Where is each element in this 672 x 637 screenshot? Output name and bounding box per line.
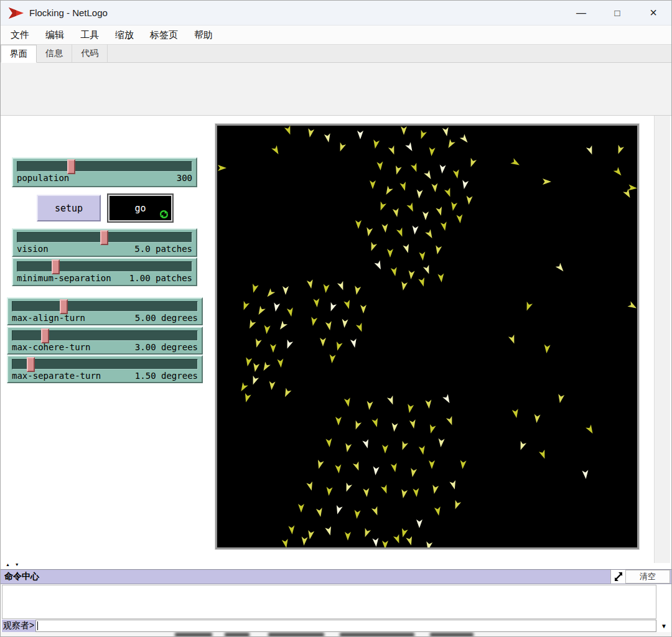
background-text-blur xyxy=(430,633,474,637)
slider-minimum-separation[interactable]: minimum-separation1.00 patches xyxy=(12,258,197,286)
menu-tools[interactable]: 工具 xyxy=(80,29,99,41)
bird-agent xyxy=(557,394,564,404)
minimize-button[interactable]: — xyxy=(563,1,599,25)
bird-agent xyxy=(434,245,442,255)
command-output[interactable] xyxy=(2,585,656,619)
close-button[interactable]: × xyxy=(635,1,671,25)
slider-track[interactable] xyxy=(17,232,192,243)
bird-agent xyxy=(400,281,408,291)
history-dropdown-button[interactable]: ▼ xyxy=(656,620,671,632)
bird-agent xyxy=(350,338,358,348)
export-button[interactable] xyxy=(610,570,625,584)
background-text-blur xyxy=(225,633,250,637)
bird-agent xyxy=(403,244,411,254)
background-text-blur xyxy=(175,633,212,637)
splitter-handle[interactable]: ▲ ▼ xyxy=(6,562,21,567)
bird-agent xyxy=(344,443,352,453)
slider-thumb[interactable] xyxy=(41,328,49,343)
command-input[interactable] xyxy=(35,620,656,632)
slider-track[interactable] xyxy=(12,301,198,312)
clear-button[interactable]: 清空 xyxy=(625,570,670,584)
slider-thumb[interactable] xyxy=(27,357,35,372)
world-view[interactable] xyxy=(215,124,639,549)
slider-max-cohere-turn[interactable]: max-cohere-turn3.00 degrees xyxy=(7,327,203,355)
bird-agent xyxy=(334,342,342,351)
bird-agent xyxy=(362,439,370,449)
tab-code[interactable]: 代码 xyxy=(72,44,108,62)
bird-agent xyxy=(324,133,332,143)
setup-button[interactable]: setup xyxy=(37,195,101,221)
slider-thumb[interactable] xyxy=(100,230,108,245)
bird-agent xyxy=(429,460,435,469)
bird-agent xyxy=(416,519,422,528)
slider-thumb[interactable] xyxy=(52,259,60,274)
bird-agent xyxy=(627,301,637,311)
bird-agent xyxy=(337,142,346,153)
bird-agent xyxy=(263,325,270,335)
slider-population[interactable]: population300 xyxy=(12,157,197,187)
bird-agent xyxy=(586,424,595,435)
slider-value: 3.00 degrees xyxy=(135,342,198,352)
view-canvas xyxy=(217,126,637,547)
bird-agent xyxy=(307,128,314,138)
bird-agent xyxy=(450,202,457,212)
bird-agent xyxy=(337,281,346,292)
bird-agent xyxy=(376,162,383,171)
bird-agent xyxy=(391,267,398,277)
slider-vision[interactable]: vision5.0 patches xyxy=(12,228,197,257)
bird-agent xyxy=(353,462,362,472)
bird-agent xyxy=(322,284,329,294)
go-button[interactable]: go xyxy=(108,195,172,221)
bird-agent xyxy=(372,467,379,476)
vertical-scrollbar[interactable] xyxy=(654,116,670,563)
menu-help[interactable]: 帮助 xyxy=(194,29,213,41)
bird-agent xyxy=(399,182,408,192)
bird-agent xyxy=(343,483,352,493)
bird-agent xyxy=(539,450,548,460)
bird-agent xyxy=(434,506,442,516)
bird-agent xyxy=(245,357,252,367)
bird-agent xyxy=(382,541,388,547)
slider-track[interactable] xyxy=(12,359,198,370)
bird-agent xyxy=(409,468,417,478)
menu-zoom[interactable]: 缩放 xyxy=(115,29,134,41)
slider-track[interactable] xyxy=(17,161,192,172)
bird-agent xyxy=(409,419,417,429)
bird-agent xyxy=(512,409,520,419)
tab-interface[interactable]: 界面 xyxy=(1,45,37,63)
bird-agent xyxy=(399,528,408,538)
slider-thumb[interactable] xyxy=(60,299,68,314)
slider-max-separate-turn[interactable]: max-separate-turn1.50 degrees xyxy=(7,355,203,383)
slider-track[interactable] xyxy=(12,330,198,341)
bird-agent xyxy=(436,207,444,216)
bird-agent xyxy=(282,286,289,295)
bird-agent xyxy=(418,277,426,287)
menu-file[interactable]: 文件 xyxy=(11,29,29,41)
bird-agent xyxy=(265,288,276,299)
slider-name: minimum-separation xyxy=(17,273,111,283)
bird-agent xyxy=(399,441,408,452)
window-title: Flocking - NetLogo xyxy=(29,7,108,18)
bird-agent xyxy=(372,139,380,149)
slider-value: 5.0 patches xyxy=(134,244,192,254)
background-window-sliver xyxy=(1,632,671,637)
bird-agent xyxy=(250,376,259,386)
slider-max-align-turn[interactable]: max-align-turn5.00 degrees xyxy=(7,297,203,325)
text-caret xyxy=(37,621,38,630)
slider-thumb[interactable] xyxy=(67,159,75,174)
bird-agent xyxy=(273,302,280,312)
bird-agent xyxy=(335,417,342,425)
bird-agent xyxy=(406,536,414,546)
bird-agent xyxy=(362,528,371,539)
slider-track[interactable] xyxy=(17,261,192,272)
menu-tabs[interactable]: 标签页 xyxy=(150,29,178,41)
maximize-button[interactable]: □ xyxy=(599,1,635,25)
observer-prompt[interactable]: 观察者> xyxy=(2,620,35,632)
bird-agent xyxy=(425,229,435,239)
bird-agent xyxy=(508,335,517,345)
bird-agent xyxy=(582,470,589,480)
bird-agent xyxy=(381,485,390,495)
bird-agent xyxy=(407,203,416,213)
menu-edit[interactable]: 编辑 xyxy=(45,29,64,41)
tab-info[interactable]: 信息 xyxy=(37,44,72,62)
